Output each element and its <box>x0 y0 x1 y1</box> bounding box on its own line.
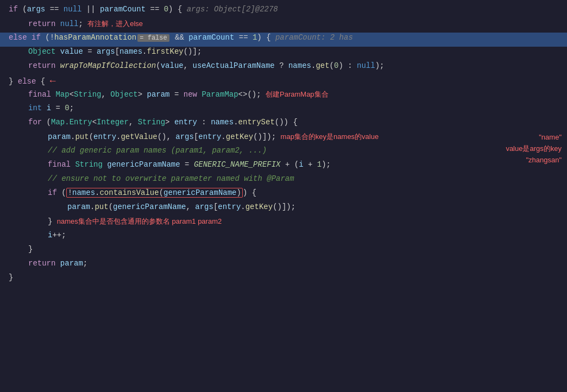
code-line: Object value = args[names.firstKey()]; <box>0 47 567 61</box>
code-line: for (Map.Entry<Integer, String> entry : … <box>0 117 567 131</box>
code-line: } <box>0 244 567 258</box>
code-line: param.put(entry.getValue(), args[entry.g… <box>0 131 567 146</box>
code-line: return null; 有注解，进入else <box>0 18 567 33</box>
code-line: if (args == null || paramCount == 0) { a… <box>0 4 567 18</box>
code-line: } <box>0 273 567 287</box>
code-line: else if (!hasParamAnnotation= false && p… <box>0 33 567 47</box>
code-line: // ensure not to overwrite parameter nam… <box>0 174 567 188</box>
code-line: // add generic param names (param1, para… <box>0 146 567 160</box>
code-line: final Map<String, Object> param = new Pa… <box>0 89 567 103</box>
code-line: } names集合中是否包含通用的参数名 param1 param2 <box>0 216 567 230</box>
code-line: final String genericParamName = GENERIC_… <box>0 160 567 174</box>
code-viewer: if (args == null || paramCount == 0) { a… <box>0 0 567 392</box>
code-line: if (!names.containsValue(genericParamNam… <box>0 188 567 202</box>
code-line: } else { ← <box>0 75 567 89</box>
code-line: return wrapToMapIfCollection(value, useA… <box>0 61 567 75</box>
code-line: param.put(genericParamName, args[entry.g… <box>0 202 567 216</box>
debug-badge: = false <box>137 34 169 42</box>
code-line: i++; <box>0 230 567 244</box>
code-line: int i = 0; <box>0 103 567 117</box>
code-line: return param; <box>0 258 567 273</box>
